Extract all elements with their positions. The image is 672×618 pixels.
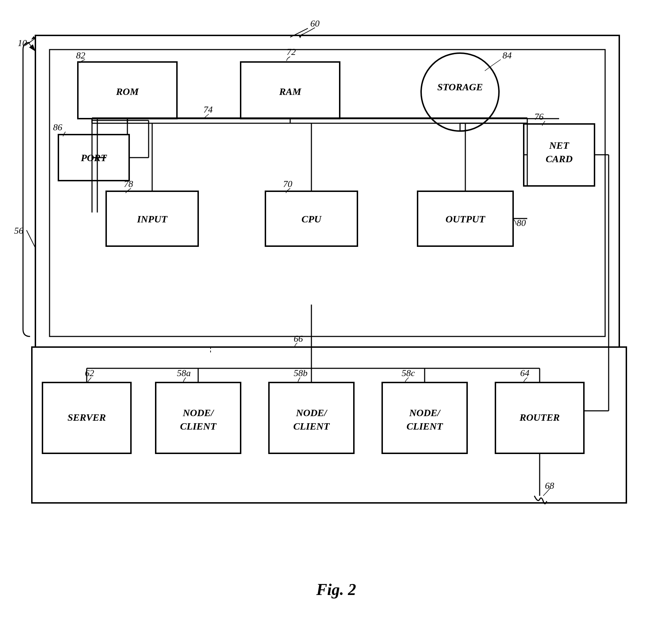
ref-58b: 58b bbox=[294, 368, 308, 378]
ref-86: 86 bbox=[53, 122, 62, 132]
figure-label: Fig. 2 bbox=[316, 580, 356, 599]
ref-80: 80 bbox=[517, 218, 526, 228]
node-client-b-label: NODE/ bbox=[295, 407, 327, 418]
diagram-container: 60 10 56 ROM 82 RAM 72 STORAGE 84 PORT 8… bbox=[0, 0, 672, 618]
input-label: INPUT bbox=[137, 214, 168, 225]
node-client-a-label2: CLIENT bbox=[180, 421, 217, 432]
ref-58a: 58a bbox=[177, 368, 191, 378]
ref-56: 56 bbox=[14, 226, 23, 236]
ram-label: RAM bbox=[279, 86, 301, 97]
ref-68: 68 bbox=[545, 481, 554, 491]
node-client-c-label2: CLIENT bbox=[407, 421, 444, 432]
ref-76: 76 bbox=[534, 112, 544, 122]
net-card-label: NET bbox=[549, 140, 570, 151]
ref-74: 74 bbox=[203, 104, 213, 115]
ref-72: 72 bbox=[287, 47, 296, 57]
router-label: ROUTER bbox=[519, 412, 560, 423]
cpu-label: CPU bbox=[301, 214, 322, 225]
output-label: OUTPUT bbox=[446, 214, 486, 225]
storage-label: STORAGE bbox=[437, 81, 483, 92]
ref-70: 70 bbox=[283, 179, 292, 189]
ref-82: 82 bbox=[76, 50, 85, 61]
node-client-a-label: NODE/ bbox=[182, 407, 214, 418]
ref-78: 78 bbox=[124, 179, 133, 189]
node-client-c-label: NODE/ bbox=[409, 407, 441, 418]
ref-64: 64 bbox=[520, 368, 529, 378]
net-card-label2: CARD bbox=[546, 153, 573, 164]
ref-84: 84 bbox=[502, 50, 512, 61]
node-client-b-label2: CLIENT bbox=[293, 421, 331, 432]
ref-66: 66 bbox=[294, 334, 303, 344]
server-label: SERVER bbox=[68, 412, 106, 423]
rom-label: ROM bbox=[116, 86, 139, 97]
ref-60: 60 bbox=[310, 18, 320, 29]
ref-58c: 58c bbox=[402, 368, 415, 378]
svg-line-54 bbox=[25, 38, 35, 45]
